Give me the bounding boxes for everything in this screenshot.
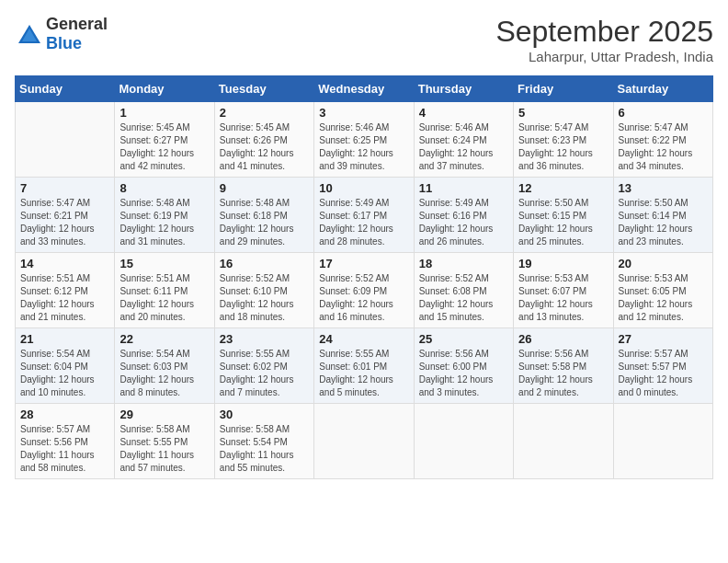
- day-number: 28: [20, 408, 109, 421]
- day-info: Sunrise: 5:49 AM Sunset: 6:16 PM Dayligh…: [419, 197, 508, 248]
- day-cell: [314, 404, 414, 479]
- day-number: 12: [518, 181, 608, 195]
- month-title: September 2025: [495, 15, 713, 49]
- title-area: September 2025 Laharpur, Uttar Pradesh, …: [495, 15, 713, 64]
- day-cell: 28Sunrise: 5:57 AM Sunset: 5:56 PM Dayli…: [16, 404, 115, 479]
- day-number: 7: [20, 181, 109, 195]
- day-cell: 2Sunrise: 5:45 AM Sunset: 6:26 PM Daylig…: [214, 102, 313, 178]
- week-row-4: 21Sunrise: 5:54 AM Sunset: 6:04 PM Dayli…: [16, 328, 713, 404]
- weekday-header-saturday: Saturday: [613, 76, 712, 102]
- day-number: 15: [119, 257, 209, 270]
- day-cell: 6Sunrise: 5:47 AM Sunset: 6:22 PM Daylig…: [613, 102, 712, 178]
- day-number: 6: [619, 106, 708, 120]
- location-title: Laharpur, Uttar Pradesh, India: [495, 49, 713, 64]
- day-info: Sunrise: 5:52 AM Sunset: 6:10 PM Dayligh…: [220, 272, 309, 324]
- logo-text: General Blue: [46, 15, 108, 53]
- day-number: 16: [220, 257, 309, 270]
- day-cell: 22Sunrise: 5:54 AM Sunset: 6:03 PM Dayli…: [115, 328, 214, 404]
- day-info: Sunrise: 5:49 AM Sunset: 6:17 PM Dayligh…: [319, 197, 408, 248]
- day-number: 30: [220, 408, 309, 421]
- day-info: Sunrise: 5:47 AM Sunset: 6:23 PM Dayligh…: [518, 121, 608, 173]
- day-info: Sunrise: 5:48 AM Sunset: 6:18 PM Dayligh…: [220, 197, 309, 248]
- day-number: 14: [20, 257, 109, 270]
- day-cell: 16Sunrise: 5:52 AM Sunset: 6:10 PM Dayli…: [214, 253, 313, 328]
- day-info: Sunrise: 5:58 AM Sunset: 5:54 PM Dayligh…: [220, 423, 309, 475]
- day-number: 17: [319, 257, 408, 270]
- day-number: 29: [119, 408, 209, 421]
- day-cell: 27Sunrise: 5:57 AM Sunset: 5:57 PM Dayli…: [613, 328, 712, 404]
- day-cell: [414, 404, 513, 479]
- day-info: Sunrise: 5:48 AM Sunset: 6:19 PM Dayligh…: [119, 197, 209, 248]
- day-cell: 30Sunrise: 5:58 AM Sunset: 5:54 PM Dayli…: [214, 404, 313, 479]
- logo-blue: Blue: [46, 34, 82, 52]
- day-info: Sunrise: 5:52 AM Sunset: 6:09 PM Dayligh…: [319, 272, 408, 324]
- day-info: Sunrise: 5:56 AM Sunset: 6:00 PM Dayligh…: [419, 348, 508, 399]
- day-cell: 11Sunrise: 5:49 AM Sunset: 6:16 PM Dayli…: [414, 178, 513, 253]
- day-info: Sunrise: 5:57 AM Sunset: 5:56 PM Dayligh…: [20, 423, 109, 475]
- weekday-header-tuesday: Tuesday: [214, 76, 313, 102]
- day-cell: 25Sunrise: 5:56 AM Sunset: 6:00 PM Dayli…: [414, 328, 513, 404]
- day-info: Sunrise: 5:47 AM Sunset: 6:22 PM Dayligh…: [619, 121, 708, 173]
- day-number: 8: [119, 181, 209, 195]
- week-row-2: 7Sunrise: 5:47 AM Sunset: 6:21 PM Daylig…: [16, 178, 713, 253]
- day-number: 5: [518, 106, 608, 120]
- day-cell: 14Sunrise: 5:51 AM Sunset: 6:12 PM Dayli…: [16, 253, 115, 328]
- weekday-header-thursday: Thursday: [414, 76, 513, 102]
- day-cell: [613, 404, 712, 479]
- day-info: Sunrise: 5:56 AM Sunset: 5:58 PM Dayligh…: [518, 348, 608, 399]
- day-cell: 21Sunrise: 5:54 AM Sunset: 6:04 PM Dayli…: [16, 328, 115, 404]
- day-cell: 17Sunrise: 5:52 AM Sunset: 6:09 PM Dayli…: [314, 253, 414, 328]
- day-number: 1: [119, 106, 209, 120]
- weekday-header-wednesday: Wednesday: [314, 76, 414, 102]
- day-number: 20: [619, 257, 708, 270]
- day-cell: 5Sunrise: 5:47 AM Sunset: 6:23 PM Daylig…: [514, 102, 613, 178]
- day-number: 24: [319, 332, 408, 346]
- day-number: 9: [220, 181, 309, 195]
- day-cell: 7Sunrise: 5:47 AM Sunset: 6:21 PM Daylig…: [16, 178, 115, 253]
- day-info: Sunrise: 5:54 AM Sunset: 6:03 PM Dayligh…: [119, 348, 209, 399]
- day-number: 21: [20, 332, 109, 346]
- week-row-3: 14Sunrise: 5:51 AM Sunset: 6:12 PM Dayli…: [16, 253, 713, 328]
- weekday-header-monday: Monday: [115, 76, 214, 102]
- day-number: 25: [419, 332, 508, 346]
- weekday-header-sunday: Sunday: [16, 76, 115, 102]
- day-number: 19: [518, 257, 608, 270]
- day-cell: 13Sunrise: 5:50 AM Sunset: 6:14 PM Dayli…: [613, 178, 712, 253]
- day-info: Sunrise: 5:58 AM Sunset: 5:55 PM Dayligh…: [119, 423, 209, 475]
- logo-general: General: [46, 15, 108, 33]
- logo-icon: [17, 23, 42, 45]
- day-info: Sunrise: 5:55 AM Sunset: 6:02 PM Dayligh…: [220, 348, 309, 399]
- day-number: 3: [319, 106, 408, 120]
- day-cell: 3Sunrise: 5:46 AM Sunset: 6:25 PM Daylig…: [314, 102, 414, 178]
- day-number: 13: [619, 181, 708, 195]
- day-cell: 15Sunrise: 5:51 AM Sunset: 6:11 PM Dayli…: [115, 253, 214, 328]
- day-number: 4: [419, 106, 508, 120]
- week-row-5: 28Sunrise: 5:57 AM Sunset: 5:56 PM Dayli…: [16, 404, 713, 479]
- day-info: Sunrise: 5:47 AM Sunset: 6:21 PM Dayligh…: [20, 197, 109, 248]
- day-cell: 1Sunrise: 5:45 AM Sunset: 6:27 PM Daylig…: [115, 102, 214, 178]
- day-info: Sunrise: 5:53 AM Sunset: 6:07 PM Dayligh…: [518, 272, 608, 324]
- header: General Blue September 2025 Laharpur, Ut…: [15, 15, 713, 64]
- day-info: Sunrise: 5:46 AM Sunset: 6:25 PM Dayligh…: [319, 121, 408, 173]
- weekday-header-row: SundayMondayTuesdayWednesdayThursdayFrid…: [16, 76, 713, 102]
- week-row-1: 1Sunrise: 5:45 AM Sunset: 6:27 PM Daylig…: [16, 102, 713, 178]
- day-number: 23: [220, 332, 309, 346]
- day-info: Sunrise: 5:51 AM Sunset: 6:12 PM Dayligh…: [20, 272, 109, 324]
- day-number: 11: [419, 181, 508, 195]
- day-cell: [16, 102, 115, 178]
- day-cell: 12Sunrise: 5:50 AM Sunset: 6:15 PM Dayli…: [514, 178, 613, 253]
- day-number: 18: [419, 257, 508, 270]
- day-info: Sunrise: 5:45 AM Sunset: 6:26 PM Dayligh…: [220, 121, 309, 173]
- day-cell: 19Sunrise: 5:53 AM Sunset: 6:07 PM Dayli…: [514, 253, 613, 328]
- calendar: SundayMondayTuesdayWednesdayThursdayFrid…: [15, 75, 713, 479]
- day-cell: 23Sunrise: 5:55 AM Sunset: 6:02 PM Dayli…: [214, 328, 313, 404]
- day-cell: 26Sunrise: 5:56 AM Sunset: 5:58 PM Dayli…: [514, 328, 613, 404]
- day-cell: 24Sunrise: 5:55 AM Sunset: 6:01 PM Dayli…: [314, 328, 414, 404]
- weekday-header-friday: Friday: [514, 76, 613, 102]
- day-info: Sunrise: 5:50 AM Sunset: 6:14 PM Dayligh…: [619, 197, 708, 248]
- day-number: 10: [319, 181, 408, 195]
- day-info: Sunrise: 5:53 AM Sunset: 6:05 PM Dayligh…: [619, 272, 708, 324]
- day-number: 26: [518, 332, 608, 346]
- day-cell: [514, 404, 613, 479]
- day-cell: 9Sunrise: 5:48 AM Sunset: 6:18 PM Daylig…: [214, 178, 313, 253]
